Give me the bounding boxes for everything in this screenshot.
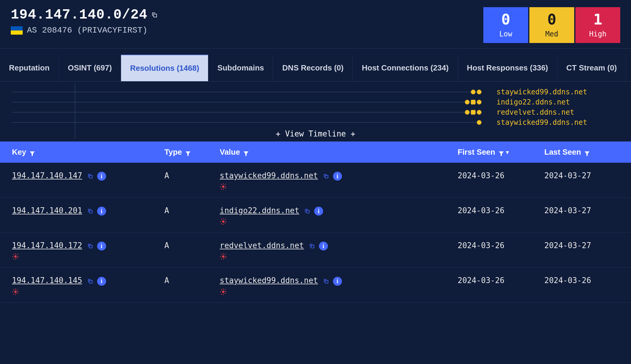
domain-link[interactable]: staywicked99.ddns.net [220,171,318,180]
copy-icon[interactable] [86,242,94,250]
tab-reputation[interactable]: Reputation [0,55,59,81]
cell-value: staywicked99.ddns.neti [220,171,458,190]
column-key[interactable]: Key [12,148,164,157]
cell-type: A [164,206,220,215]
tab-subdomains[interactable]: Subdomains [208,55,273,81]
domain-link[interactable]: redvelvet.ddns.net [220,241,304,250]
column-first-seen-label: First Seen [458,148,495,157]
subheader: AS 208476 (PRIVACYFIRST) [11,26,483,35]
ip-link[interactable]: 194.147.140.147 [12,171,82,180]
info-icon[interactable]: i [97,277,106,286]
column-last-seen[interactable]: Last Seen [544,148,619,157]
info-icon[interactable]: i [333,172,342,181]
severity-high[interactable]: 1 High [575,7,620,43]
table-body: 194.147.140.147iAstaywicked99.ddns.neti2… [0,163,631,303]
malware-icon [12,288,19,295]
timeline-track [12,122,482,123]
cell-key: 194.147.140.172i [12,241,164,260]
expand-timeline-button[interactable]: + View Timeline + [0,128,631,139]
timeline-row: staywicked99.ddns.net [0,87,631,97]
timeline-marker [477,100,482,105]
page-title: 194.147.140.0/24 [11,7,148,23]
info-icon[interactable]: i [333,277,342,286]
as-info: AS 208476 (PRIVACYFIRST) [27,26,147,35]
tab-resolutions[interactable]: Resolutions (1468) [121,55,208,81]
tab-label: OSINT (697) [68,63,112,73]
tab-dns[interactable]: DNS Records (0) [273,55,353,81]
severity-high-label: High [589,30,606,38]
ip-link[interactable]: 194.147.140.201 [12,206,82,215]
tab-hostconn[interactable]: Host Connections (234) [353,55,458,81]
timeline-label[interactable]: staywicked99.ddns.net [496,88,619,96]
timeline-row: indigo22.ddns.net [0,97,631,107]
cell-first-seen: 2024-03-26 [458,206,544,215]
copy-icon[interactable] [322,277,330,285]
timeline-label[interactable]: redvelvet.ddns.net [496,108,619,116]
filter-icon[interactable] [498,149,504,155]
copy-icon[interactable] [86,207,94,215]
malware-icon [220,253,227,260]
timeline-markers [477,120,482,125]
info-icon[interactable]: i [314,207,323,216]
copy-icon[interactable] [151,11,158,19]
severity-low-label: Low [499,30,512,38]
filter-icon[interactable] [584,149,590,155]
info-icon[interactable]: i [97,172,106,181]
severity-low-count: 0 [501,12,510,27]
copy-icon[interactable] [86,277,94,285]
timeline-row: staywicked99.ddns.net [0,117,631,128]
tabs: ReputationOSINT (697)Resolutions (1468)S… [0,55,631,82]
tab-label: Subdomains [217,63,264,73]
malware-icon [220,183,227,190]
tab-osint[interactable]: OSINT (697) [59,55,121,81]
filter-icon[interactable] [185,149,191,155]
domain-link[interactable]: staywicked99.ddns.net [220,276,318,285]
info-icon[interactable]: i [319,242,328,251]
cell-first-seen: 2024-03-26 [458,276,544,285]
page-root: 194.147.140.0/24 AS 208476 (PRIVACYFIRST… [0,0,631,303]
column-last-seen-label: Last Seen [544,148,581,157]
filter-icon[interactable] [243,149,249,155]
column-value[interactable]: Value [220,148,458,157]
tab-label: Reputation [9,63,50,73]
column-type[interactable]: Type [164,148,220,157]
info-icon[interactable]: i [97,207,106,216]
cell-value: redvelvet.ddns.neti [220,241,458,260]
severity-med[interactable]: 0 Med [529,7,574,43]
table-row: 194.147.140.172iAredvelvet.ddns.neti2024… [0,233,631,268]
timeline-label[interactable]: staywicked99.ddns.net [496,118,619,127]
severity-med-label: Med [545,30,558,38]
copy-icon[interactable] [322,172,330,180]
timeline-preview: staywicked99.ddns.netindigo22.ddns.netre… [0,82,631,142]
copy-icon[interactable] [86,172,94,180]
timeline-marker [477,120,482,125]
cell-first-seen: 2024-03-26 [458,241,544,250]
timeline-marker [471,100,476,105]
filter-icon[interactable] [29,149,35,155]
tab-ctstream[interactable]: CT Stream (0) [557,55,626,81]
timeline-track [12,92,482,92]
cell-type: A [164,171,220,180]
cell-key: 194.147.140.201i [12,206,164,216]
tab-label: DNS Records (0) [282,63,343,73]
tab-label: Host Connections (234) [362,63,448,73]
ip-link[interactable]: 194.147.140.145 [12,276,82,285]
copy-icon[interactable] [308,242,316,250]
tab-hostresp[interactable]: Host Responses (336) [458,55,557,81]
column-key-label: Key [12,148,26,157]
timeline-marker [471,110,476,115]
timeline-track [12,102,482,102]
column-first-seen[interactable]: First Seen ▾ [458,148,544,157]
table-header: Key Type Value First Seen ▾ Last Seen [0,142,631,163]
column-value-label: Value [220,148,240,157]
severity-low[interactable]: 0 Low [483,7,528,43]
ip-link[interactable]: 194.147.140.172 [12,241,82,250]
domain-link[interactable]: indigo22.ddns.net [220,206,299,215]
timeline-marker [477,110,482,115]
info-icon[interactable]: i [97,242,106,251]
timeline-marker [471,90,476,94]
cell-first-seen: 2024-03-26 [458,171,544,180]
copy-icon[interactable] [303,207,311,215]
table-row: 194.147.140.145iAstaywicked99.ddns.neti2… [0,268,631,302]
timeline-label[interactable]: indigo22.ddns.net [496,98,619,106]
